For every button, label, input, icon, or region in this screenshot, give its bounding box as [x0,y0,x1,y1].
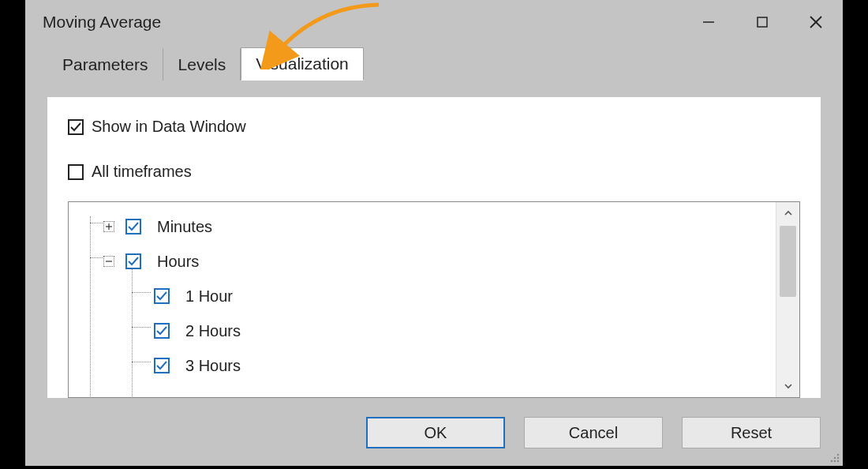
checkbox-3-hours[interactable] [154,358,170,373]
resize-grip-icon [827,450,841,464]
svg-point-7 [837,454,839,456]
window-title: Moving Average [43,13,682,32]
check-icon [155,290,168,302]
svg-point-11 [834,460,836,462]
label-1-hour: 1 Hour [185,287,233,306]
svg-point-10 [831,460,832,462]
checkbox-show-in-data-window[interactable] [68,119,84,135]
cancel-button[interactable]: Cancel [524,417,663,448]
reset-button[interactable]: Reset [682,417,821,448]
maximize-button[interactable] [735,0,789,44]
tree-row-minutes: Minutes [84,212,776,242]
expand-minutes[interactable] [103,221,114,232]
tree-row-hours: Hours [84,246,776,276]
tab-visualization[interactable]: Visualization [241,47,364,81]
svg-point-12 [837,460,839,462]
close-icon [809,15,823,29]
tree-row-1-hour: 1 Hour [84,281,776,311]
check-icon [127,220,140,233]
svg-point-8 [834,457,836,459]
label-minutes: Minutes [157,218,212,236]
scroll-up-button[interactable] [776,202,799,224]
dialog-moving-average: Moving Average Parameters Levels Visuali… [25,0,843,466]
tree-row-2-hours: 2 Hours [84,316,776,346]
label-all-timeframes: All timeframes [92,163,192,181]
checkbox-minutes[interactable] [125,219,141,234]
resize-grip[interactable] [827,450,841,464]
label-3-hours: 3 Hours [185,357,241,375]
check-icon [155,325,168,337]
collapse-hours[interactable] [103,256,114,267]
check-icon [127,255,140,268]
chevron-down-icon [784,381,793,391]
scroll-down-button[interactable] [776,375,799,397]
close-button[interactable] [789,0,843,44]
tree-body: Minutes Hours [69,202,776,397]
titlebar: Moving Average [25,0,843,44]
timeframe-tree: Minutes Hours [68,201,800,398]
check-icon [155,359,168,372]
maximize-icon [756,16,769,28]
tab-parameters[interactable]: Parameters [47,48,163,81]
svg-rect-1 [758,17,767,27]
row-all-timeframes: All timeframes [68,163,821,181]
tab-row: Parameters Levels Visualization [25,44,843,81]
checkbox-all-timeframes[interactable] [68,164,84,180]
svg-point-9 [837,457,839,459]
tree-scrollbar[interactable] [776,202,799,397]
ok-button[interactable]: OK [366,417,505,448]
visualization-panel: Show in Data Window All timeframes [47,97,821,398]
minimize-button[interactable] [682,0,735,44]
label-show-in-data-window: Show in Data Window [92,118,246,136]
label-hours: Hours [157,253,199,271]
row-show-in-data-window: Show in Data Window [68,118,821,136]
check-icon [69,121,82,133]
minus-icon [105,257,113,265]
scroll-thumb[interactable] [780,226,796,297]
plus-icon [105,223,113,231]
tab-levels[interactable]: Levels [163,48,241,81]
chevron-up-icon [784,208,793,218]
checkbox-2-hours[interactable] [154,323,170,339]
checkbox-1-hour[interactable] [154,288,170,304]
checkbox-hours[interactable] [125,253,141,269]
label-2-hours: 2 Hours [185,322,241,340]
dialog-buttons: OK Cancel Reset [366,417,821,448]
tree-row-3-hours: 3 Hours [84,351,776,381]
minimize-icon [702,16,715,28]
